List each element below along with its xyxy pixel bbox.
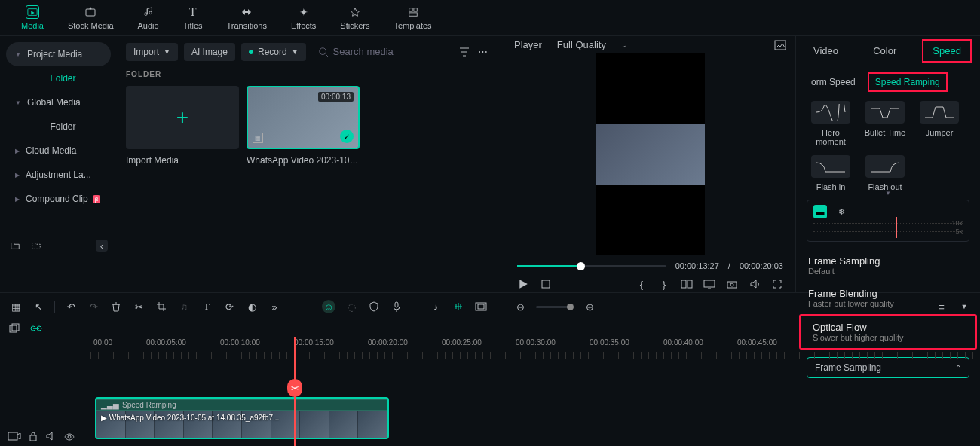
tool-stock[interactable]: Stock Media [56,2,126,33]
sidebar-folder-2[interactable]: Folder [6,115,111,139]
search-icon [318,47,329,57]
subtab-uniform[interactable]: orm Speed [805,74,862,90]
zoom-slider[interactable] [536,306,574,308]
sidebar-global-media[interactable]: ▼Global Media [6,90,111,115]
compare-icon[interactable] [681,278,693,290]
option-frame-sampling[interactable]: Frame Sampling Default [796,249,980,282]
scrub-handle[interactable] [577,262,585,270]
svg-point-15 [730,283,733,286]
target-icon[interactable]: ◌ [345,300,358,313]
tab-video[interactable]: Video [804,41,847,61]
music-icon[interactable]: ♫ [177,300,191,313]
zoom-in-icon[interactable]: ⊕ [583,300,596,313]
tool-templates[interactable]: Templates [381,2,443,33]
tool-titles[interactable]: T Titles [171,2,215,33]
pointer-icon[interactable]: ↖ [32,300,45,313]
sidebar-project-media[interactable]: ▼Project Media [6,42,111,66]
collapse-sidebar-icon[interactable]: ‹ [96,240,108,252]
import-button[interactable]: Import▼ [126,43,178,61]
track-mute-icon[interactable] [45,431,56,441]
zoom-handle[interactable] [567,304,574,310]
search-input[interactable]: Search media [312,42,452,61]
new-bin-icon[interactable] [30,240,42,252]
mark-out-icon[interactable]: } [658,278,670,290]
tab-color[interactable]: Color [864,41,905,61]
track-video-icon[interactable] [8,431,21,441]
display-icon[interactable] [703,278,715,290]
track-view-icon[interactable]: ≡ [935,300,948,313]
tool-stickers[interactable]: Stickers [328,2,381,33]
ramp-editor[interactable]: ▬ ❄ 10x 5x [807,200,969,242]
media-clip-tile[interactable]: 00:00:13 ▦ ✓ WhatsApp Video 2023-10-05..… [247,86,360,166]
delete-icon[interactable] [109,300,123,313]
split-icon[interactable]: ✂ [132,300,145,313]
mark-in-icon[interactable]: { [635,278,648,290]
tool-media[interactable]: Media [9,2,56,33]
playhead-handle-icon[interactable]: ✂ [287,379,302,397]
play-icon[interactable] [517,278,529,290]
more-tools-icon[interactable]: » [268,300,281,313]
snapshot-icon[interactable] [774,39,786,51]
audio-adjust-icon[interactable]: ♪ [429,300,443,313]
ruler-mark: 00:00:35:00 [590,338,629,347]
volume-icon[interactable] [749,278,761,290]
subtab-ramping[interactable]: Speed Ramping [868,72,948,92]
player-viewport[interactable] [505,53,795,255]
more-icon[interactable]: ⋯ [476,46,488,58]
grid-icon[interactable]: ▦ [9,300,23,313]
sidebar-label: Global Media [27,97,81,108]
timeline-ruler[interactable]: 00:00 00:00:05:00 00:00:10:00 00:00:15:0… [90,337,980,359]
playhead[interactable]: ✂ [294,337,296,446]
preset-flashout[interactable]: Flash out [862,155,908,191]
ruler-mark: 00:00:25:00 [442,338,482,347]
track-lock-icon[interactable] [29,431,38,441]
ramp-playhead[interactable] [896,217,897,238]
redo-icon[interactable]: ↷ [87,300,100,313]
preset-jumper[interactable]: Jumper [917,101,962,146]
dup-icon[interactable] [9,323,20,334]
preset-bullet[interactable]: Bullet Time [862,101,908,146]
svg-point-29 [68,435,71,438]
stop-icon[interactable] [540,278,552,290]
aspect-icon[interactable] [474,300,488,313]
play-small-icon: ▶ [101,414,109,422]
marker-icon[interactable] [452,300,465,313]
fullscreen-icon[interactable] [771,278,783,290]
quality-dropdown[interactable]: Full Quality⌄ [551,36,633,53]
speed-icon[interactable]: ⟳ [222,300,236,313]
zoom-out-icon[interactable]: ⊖ [513,300,527,313]
import-media-tile[interactable]: + Import Media [126,86,239,166]
link-icon[interactable] [30,325,42,332]
ai-icon[interactable]: ☺ [322,300,335,313]
text-icon[interactable]: T [200,300,213,313]
ai-image-button[interactable]: AI Image [184,43,235,61]
preset-flashin[interactable]: Flash in [808,155,853,191]
sidebar-cloud-media[interactable]: ▶Cloud Media [6,139,111,163]
filter-icon[interactable] [458,46,470,58]
ramp-mode-a-icon[interactable]: ▬ [813,205,827,218]
scrub-bar[interactable] [517,265,666,267]
record-button[interactable]: Record▼ [241,43,306,61]
tool-transitions[interactable]: Transitions [215,2,279,33]
tool-audio[interactable]: Audio [126,2,171,33]
preset-hero[interactable]: Hero moment [808,101,853,146]
crop-icon[interactable] [155,300,168,313]
sidebar-compound[interactable]: ▶Compound Clipβ [6,187,111,211]
camera-icon[interactable] [726,278,738,290]
ruler-mark: 00:00:05:00 [146,338,186,347]
track-visible-icon[interactable] [63,432,75,441]
tool-effects[interactable]: ✦ Effects [279,2,328,33]
track-options-icon[interactable]: ▼ [957,300,971,313]
color-icon[interactable]: ◐ [245,300,259,313]
new-folder-icon[interactable] [9,240,21,252]
tab-speed[interactable]: Speed [922,39,972,63]
mic-icon[interactable] [390,300,403,313]
sidebar-folder[interactable]: Folder [6,66,111,90]
sidebar-adjustment[interactable]: ▶Adjustment La... [6,163,111,187]
fs-title: Frame Sampling [808,255,968,267]
shield-icon[interactable] [367,300,381,313]
import-label: Import [133,47,159,57]
undo-icon[interactable]: ↶ [64,300,78,313]
ramp-freeze-icon[interactable]: ❄ [835,205,848,218]
timeline-clip[interactable]: ▁▃▅Speed Ramping ▶ WhatsApp Video 2023-1… [95,397,389,439]
